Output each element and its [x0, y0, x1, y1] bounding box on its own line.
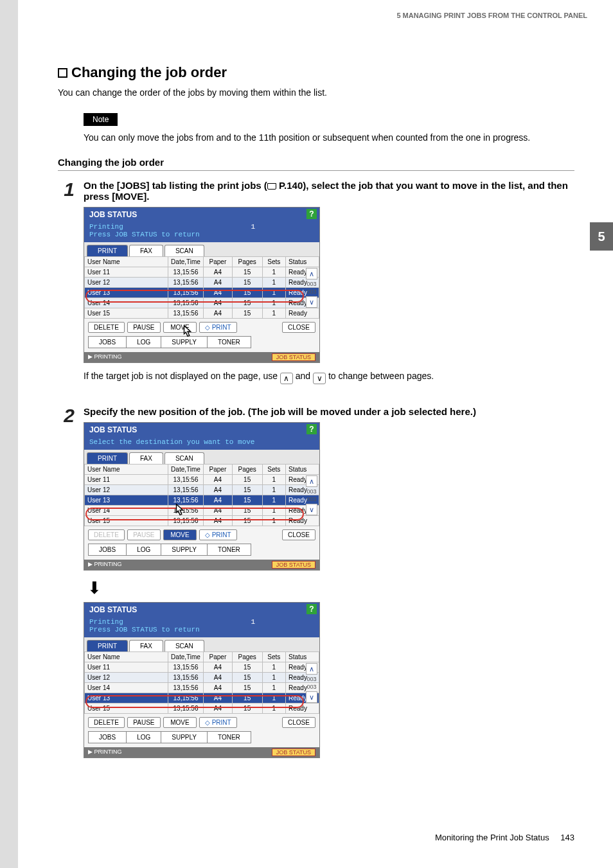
table-row[interactable]: User 1113,15:56A4151Ready — [85, 662, 319, 673]
scroll-down-icon[interactable]: ∨ — [306, 504, 317, 515]
subheading: Changing the job order — [58, 157, 574, 171]
help-icon[interactable]: ? — [306, 209, 317, 219]
subline-b: Press JOB STATUS to return — [89, 231, 200, 238]
table-row[interactable]: User 1313,15:56A4151Ready — [85, 288, 319, 298]
help-icon[interactable]: ? — [306, 604, 317, 614]
pause-button: PAUSE — [127, 529, 161, 540]
jobstatus-button[interactable]: JOB STATUS — [272, 561, 315, 569]
tab2-supply[interactable]: SUPPLY — [161, 731, 208, 743]
panel-footer: ▶ PRINTING JOB STATUS — [84, 352, 319, 362]
scroll-up-icon[interactable]: ∧ — [306, 663, 317, 675]
table-row[interactable]: User 1313,15:56A4151Ready — [85, 693, 319, 704]
subline-a: Select the destination you want to move — [89, 438, 254, 446]
col-user: User Name — [85, 652, 168, 662]
scroll-down-icon[interactable]: ∨ — [306, 296, 317, 308]
table-row[interactable]: User 1413,15:56A4151Ready — [85, 683, 319, 693]
table-row[interactable]: User 1113,15:56A4151Ready — [85, 267, 319, 278]
cell: User 12 — [85, 278, 168, 288]
tab-fax[interactable]: FAX — [129, 640, 163, 651]
table-row[interactable]: User 1413,15:56A4151Ready — [85, 298, 319, 308]
tab-fax[interactable]: FAX — [129, 245, 163, 256]
help-icon[interactable]: ? — [306, 424, 317, 434]
table-row[interactable]: User 1313,15:56A4151Ready — [85, 495, 319, 506]
subline-a: Printing — [89, 223, 123, 231]
tab2-log[interactable]: LOG — [127, 336, 161, 348]
table-row[interactable]: User 1413,15:56A4151Ready — [85, 506, 319, 516]
cell: User 14 — [85, 506, 168, 516]
tab2-toner[interactable]: TONER — [208, 544, 251, 556]
tab2-jobs[interactable]: JOBS — [88, 336, 127, 348]
tab2-toner[interactable]: TONER — [208, 336, 251, 348]
cell: 15 — [232, 704, 262, 714]
tab2-log[interactable]: LOG — [127, 544, 161, 556]
col-date: Date,Time — [168, 465, 204, 475]
cell: 15 — [232, 693, 262, 704]
subline-count: 1 — [251, 223, 255, 231]
cell: A4 — [204, 693, 233, 704]
table-row[interactable]: User 1213,15:56A4151Ready — [85, 485, 319, 495]
pause-button[interactable]: PAUSE — [127, 717, 161, 728]
jobstatus-button[interactable]: JOB STATUS — [272, 748, 315, 756]
delete-button[interactable]: DELETE — [88, 322, 125, 333]
tab-scan[interactable]: SCAN — [164, 245, 204, 256]
page-footer: Monitoring the Print Job Status 143 — [435, 833, 574, 842]
col-status: Status — [286, 652, 319, 662]
cell: 15 — [232, 683, 262, 693]
tab-print[interactable]: PRINT — [87, 245, 128, 256]
page-header: 5 MANAGING PRINT JOBS FROM THE CONTROL P… — [396, 12, 587, 19]
scrollbar: ∧ 003 003 ∨ — [305, 663, 318, 721]
scroll-down-icon[interactable]: ∨ — [306, 691, 317, 703]
tab2-jobs[interactable]: JOBS — [88, 544, 127, 556]
table-row[interactable]: User 1113,15:56A4151Ready — [85, 475, 319, 485]
jobstatus-button[interactable]: JOB STATUS — [272, 353, 315, 361]
cell: A4 — [204, 506, 233, 516]
table-row[interactable]: User 1513,15:56A4151Ready — [85, 308, 319, 319]
page-up-icon[interactable]: ∧ — [280, 373, 293, 384]
cell: 1 — [262, 308, 285, 319]
table-row[interactable]: User 1213,15:56A4151Ready — [85, 278, 319, 288]
tab-print[interactable]: PRINT — [87, 452, 128, 464]
cell: 13,15:56 — [168, 288, 204, 298]
page-down-icon[interactable]: ∨ — [313, 373, 326, 384]
cell: User 14 — [85, 298, 168, 308]
col-date: Date,Time — [168, 257, 204, 267]
note-text: You can only move the jobs from and to t… — [84, 132, 574, 143]
tab-fax[interactable]: FAX — [129, 452, 163, 464]
scroll-up-icon[interactable]: ∧ — [306, 268, 317, 279]
move-button[interactable]: MOVE — [163, 717, 197, 728]
tab2-toner[interactable]: TONER — [208, 731, 251, 743]
tab-scan[interactable]: SCAN — [164, 452, 204, 464]
cell: 13,15:56 — [168, 298, 204, 308]
table-row[interactable]: User 1513,15:56A4151Ready — [85, 516, 319, 526]
cell: User 15 — [85, 704, 168, 714]
col-date: Date,Time — [168, 652, 204, 662]
col-paper: Paper — [204, 257, 233, 267]
scroll-up-icon[interactable]: ∧ — [306, 475, 317, 487]
tab2-log[interactable]: LOG — [127, 731, 161, 743]
post1-b: to change between pages. — [328, 371, 434, 381]
table-row[interactable]: User 1513,15:56A4151Ready — [85, 704, 319, 714]
col-user: User Name — [85, 257, 168, 267]
pause-button[interactable]: PAUSE — [127, 322, 161, 333]
step1-post: If the target job is not displayed on th… — [84, 371, 574, 384]
table-row[interactable]: User 1213,15:56A4151Ready — [85, 673, 319, 683]
scroll-ind-top: 003 — [306, 281, 316, 287]
cell: 1 — [262, 704, 285, 714]
cell: 15 — [232, 308, 262, 319]
print-button[interactable]: ◇ PRINT — [199, 322, 237, 333]
delete-button[interactable]: DELETE — [88, 717, 125, 728]
chapter-tab: 5 — [590, 222, 613, 251]
move-button[interactable]: MOVE — [163, 529, 197, 540]
book-icon — [267, 183, 276, 190]
print-button[interactable]: ◇ PRINT — [199, 717, 237, 728]
cell: 15 — [232, 267, 262, 278]
step1-title: On the [JOBS] tab listing the print jobs… — [84, 180, 574, 202]
print-button[interactable]: ◇ PRINT — [199, 529, 237, 540]
scroll-ind-top: 003 — [306, 488, 316, 495]
bottom-tabs: JOBS LOG SUPPLY TONER — [84, 336, 319, 352]
tab2-jobs[interactable]: JOBS — [88, 731, 127, 743]
cell: 13,15:56 — [168, 662, 204, 673]
tab2-supply[interactable]: SUPPLY — [161, 544, 208, 556]
tab-print[interactable]: PRINT — [87, 640, 128, 651]
tab-scan[interactable]: SCAN — [164, 640, 204, 651]
